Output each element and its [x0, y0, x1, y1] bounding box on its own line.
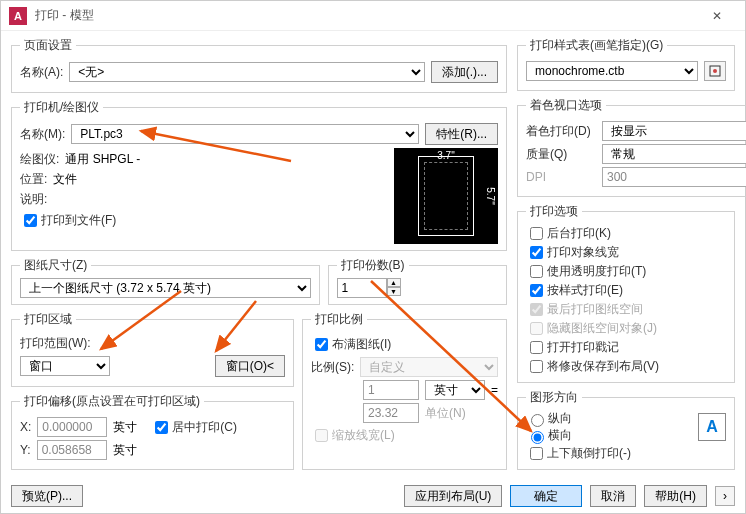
dim-height: 5.7" — [485, 187, 496, 204]
printer-props-button[interactable]: 特性(R)... — [425, 123, 498, 145]
quality-select[interactable]: 常规 — [602, 144, 746, 164]
center-plot-checkbox[interactable]: 居中打印(C) — [151, 418, 237, 437]
paper-size-select[interactable]: 上一个图纸尺寸 (3.72 x 5.74 英寸) — [20, 278, 311, 298]
equals-label: = — [491, 383, 498, 397]
orient-upside-down[interactable]: 上下颠倒打印(-) — [526, 446, 631, 460]
scale-select: 自定义 — [360, 357, 498, 377]
fit-to-paper-checkbox[interactable]: 布满图纸(I) — [311, 335, 391, 354]
expand-button[interactable]: › — [715, 486, 735, 506]
offset-y-input — [37, 440, 107, 460]
opt-transparency[interactable]: 使用透明度打印(T) — [526, 264, 646, 278]
location-value: 文件 — [53, 171, 77, 188]
spin-down[interactable]: ▼ — [387, 287, 401, 296]
paper-size-legend: 图纸尺寸(Z) — [20, 257, 91, 274]
plotter-label: 绘图仪: — [20, 151, 59, 168]
scale-legend: 打印比例 — [311, 311, 367, 328]
close-button[interactable]: ✕ — [697, 2, 737, 30]
orientation-icon: A — [698, 413, 726, 441]
opt-background[interactable]: 后台打印(K) — [526, 226, 611, 240]
page-name-select[interactable]: <无> — [69, 62, 424, 82]
printer-name-label: 名称(M): — [20, 126, 65, 143]
copies-legend: 打印份数(B) — [337, 257, 409, 274]
ok-button[interactable]: 确定 — [510, 485, 582, 507]
offset-group: 打印偏移(原点设置在可打印区域) X: 英寸 居中打印(C) Y: 英寸 — [11, 393, 294, 470]
copies-input[interactable] — [337, 278, 387, 298]
opt-paperspace-last: 最后打印图纸空间 — [526, 302, 643, 316]
opt-plot-stamp[interactable]: 打开打印戳记 — [526, 340, 619, 354]
dpi-input — [602, 167, 746, 187]
style-edit-button[interactable] — [704, 61, 726, 81]
add-button[interactable]: 添加(.)... — [431, 61, 498, 83]
paper-preview: 3.7" 5.7" — [394, 148, 498, 244]
opt-hide-paperspace: 隐藏图纸空间对象(J) — [526, 321, 657, 335]
app-logo: A — [9, 7, 27, 25]
page-setup-legend: 页面设置 — [20, 37, 76, 54]
plot-range-label: 打印范围(W): — [20, 335, 91, 352]
plot-range-select[interactable]: 窗口 — [20, 356, 110, 376]
shaded-viewport-legend: 着色视口选项 — [526, 97, 606, 114]
shade-plot-label: 着色打印(D) — [526, 123, 596, 140]
offset-x-label: X: — [20, 420, 31, 434]
opt-lineweights[interactable]: 打印对象线宽 — [526, 245, 619, 259]
copies-group: 打印份数(B) ▲▼ — [328, 257, 507, 305]
dpi-label: DPI — [526, 170, 596, 184]
printer-name-select[interactable]: PLT.pc3 — [71, 124, 419, 144]
scale-label: 比例(S): — [311, 359, 354, 376]
offset-legend: 打印偏移(原点设置在可打印区域) — [20, 393, 204, 410]
location-label: 位置: — [20, 171, 47, 188]
copies-spinner[interactable]: ▲▼ — [337, 278, 498, 298]
opt-save-layout[interactable]: 将修改保存到布局(V) — [526, 359, 659, 373]
apply-layout-button[interactable]: 应用到布局(U) — [404, 485, 503, 507]
scale-unit2-label: 单位(N) — [425, 405, 466, 422]
offset-y-unit: 英寸 — [113, 442, 137, 459]
page-name-label: 名称(A): — [20, 64, 63, 81]
scale-lineweights-checkbox: 缩放线宽(L) — [311, 426, 395, 445]
style-table-group: 打印样式表(画笔指定)(G) monochrome.ctb — [517, 37, 735, 91]
preview-button[interactable]: 预览(P)... — [11, 485, 83, 507]
window-title: 打印 - 模型 — [35, 7, 697, 24]
scale-group: 打印比例 布满图纸(I) 比例(S): 自定义 英寸 = — [302, 311, 507, 470]
help-button[interactable]: 帮助(H) — [644, 485, 707, 507]
offset-x-input — [37, 417, 107, 437]
plotter-value: 通用 SHPGL - — [65, 151, 140, 168]
orient-landscape[interactable]: 横向 — [526, 428, 572, 442]
plot-options-legend: 打印选项 — [526, 203, 582, 220]
scale-unit1-input — [363, 380, 419, 400]
style-table-select[interactable]: monochrome.ctb — [526, 61, 698, 81]
cancel-button[interactable]: 取消 — [590, 485, 636, 507]
opt-styles[interactable]: 按样式打印(E) — [526, 283, 623, 297]
svg-point-1 — [713, 69, 717, 73]
page-setup-group: 页面设置 名称(A): <无> 添加(.)... — [11, 37, 507, 93]
paper-size-group: 图纸尺寸(Z) 上一个图纸尺寸 (3.72 x 5.74 英寸) — [11, 257, 320, 305]
printer-legend: 打印机/绘图仪 — [20, 99, 103, 116]
orientation-legend: 图形方向 — [526, 389, 582, 406]
print-to-file-checkbox[interactable]: 打印到文件(F) — [20, 211, 116, 230]
shaded-viewport-group: 着色视口选项 着色打印(D)按显示 质量(Q)常规 DPI — [517, 97, 746, 197]
window-button[interactable]: 窗口(O)< — [215, 355, 285, 377]
offset-y-label: Y: — [20, 443, 31, 457]
orient-portrait[interactable]: 纵向 — [526, 411, 572, 425]
shade-plot-select[interactable]: 按显示 — [602, 121, 746, 141]
quality-label: 质量(Q) — [526, 146, 596, 163]
orientation-group: 图形方向 纵向 横向 A 上下颠倒打印(-) — [517, 389, 735, 470]
printer-group: 打印机/绘图仪 名称(M): PLT.pc3 特性(R)... 绘图仪:通用 S… — [11, 99, 507, 251]
offset-x-unit: 英寸 — [113, 419, 137, 436]
plot-area-group: 打印区域 打印范围(W): 窗口 窗口(O)< — [11, 311, 294, 387]
plot-options-group: 打印选项 后台打印(K) 打印对象线宽 使用透明度打印(T) 按样式打印(E) … — [517, 203, 735, 383]
style-table-legend: 打印样式表(画笔指定)(G) — [526, 37, 667, 54]
scale-unit1-select[interactable]: 英寸 — [425, 380, 485, 400]
desc-label: 说明: — [20, 191, 47, 208]
spin-up[interactable]: ▲ — [387, 278, 401, 287]
plot-area-legend: 打印区域 — [20, 311, 76, 328]
scale-unit2-input — [363, 403, 419, 423]
